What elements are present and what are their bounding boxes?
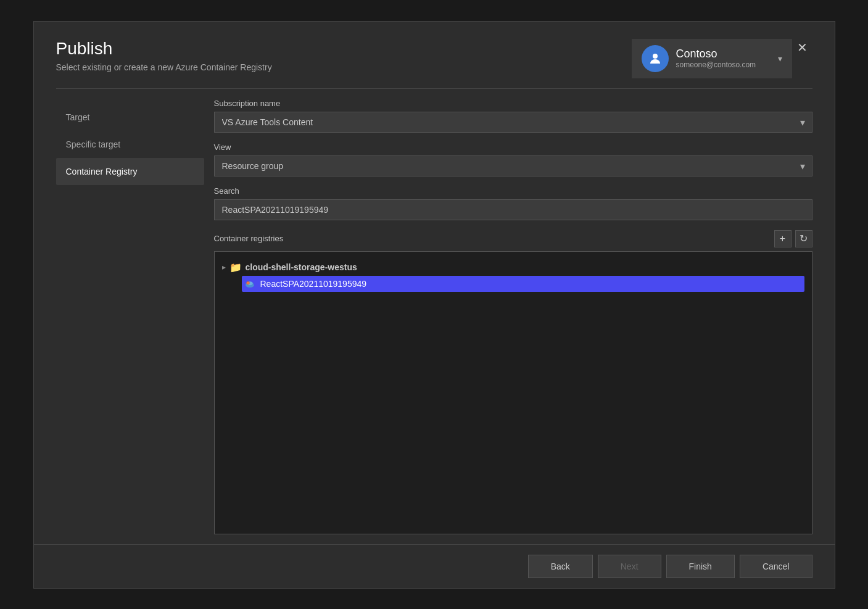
svg-point-6 [247,282,249,284]
avatar [642,45,669,72]
main-content: Subscription name VS Azure Tools Content… [204,99,812,534]
close-button[interactable]: ✕ [792,39,812,56]
view-label: View [214,143,812,152]
subscription-select-wrapper: VS Azure Tools Content [214,112,812,133]
folder-icon: 📁 [229,262,242,273]
view-select-wrapper: Resource group [214,155,812,176]
refresh-button[interactable]: ↻ [795,230,812,247]
search-group: Search [214,186,812,220]
registries-label: Container registries [214,234,284,243]
back-button[interactable]: Back [528,555,593,578]
account-info: Contoso someone@contoso.com [676,48,771,69]
view-group: View Resource group [214,143,812,176]
dialog-title: Publish [56,39,272,59]
tree-children: ReactSPA20211019195949 [222,276,804,292]
finish-button[interactable]: Finish [666,555,735,578]
dialog-footer: Back Next Finish Cancel [34,544,835,588]
subscription-select[interactable]: VS Azure Tools Content [214,112,812,133]
sidebar: Target Specific target Container Registr… [56,99,204,534]
dialog-subtitle: Select existing or create a new Azure Co… [56,62,272,72]
registries-section: Container registries + ↻ ▸ 📁 cloud-shell… [214,230,812,534]
dialog-body: Target Specific target Container Registr… [34,89,835,544]
cancel-button[interactable]: Cancel [740,555,812,578]
tree-group-header[interactable]: ▸ 📁 cloud-shell-storage-westus [222,259,804,276]
sidebar-item-target[interactable]: Target [56,104,204,131]
subscription-group: Subscription name VS Azure Tools Content [214,99,812,133]
search-label: Search [214,186,812,196]
sidebar-item-container-registry[interactable]: Container Registry [56,158,204,185]
tree-group-name: cloud-shell-storage-westus [246,262,357,272]
chevron-right-icon: ▸ [222,263,226,271]
user-icon [648,51,663,66]
next-button[interactable]: Next [598,555,661,578]
registries-tree: ▸ 📁 cloud-shell-storage-westus [214,251,812,534]
tree-group: ▸ 📁 cloud-shell-storage-westus [215,257,812,294]
svg-point-0 [653,54,658,59]
subscription-label: Subscription name [214,99,812,108]
cloud-icon [244,278,255,289]
title-area: Publish Select existing or create a new … [56,39,272,72]
dialog-header: Publish Select existing or create a new … [34,22,835,88]
publish-dialog: Publish Select existing or create a new … [33,21,835,589]
account-name: Contoso [676,48,771,60]
chevron-down-icon: ▾ [778,54,782,64]
tree-item-label: ReactSPA20211019195949 [260,279,367,289]
view-select[interactable]: Resource group [214,155,812,176]
registries-actions: + ↻ [774,230,812,247]
account-area: Contoso someone@contoso.com ▾ [632,39,792,78]
tree-item[interactable]: ReactSPA20211019195949 [242,276,804,292]
cloud-icon-svg [244,278,255,289]
search-input[interactable] [214,199,812,220]
sidebar-item-specific-target[interactable]: Specific target [56,131,204,158]
account-email: someone@contoso.com [676,60,771,69]
registries-header: Container registries + ↻ [214,230,812,247]
header-right: Contoso someone@contoso.com ▾ ✕ [632,39,812,78]
add-registry-button[interactable]: + [774,230,792,247]
